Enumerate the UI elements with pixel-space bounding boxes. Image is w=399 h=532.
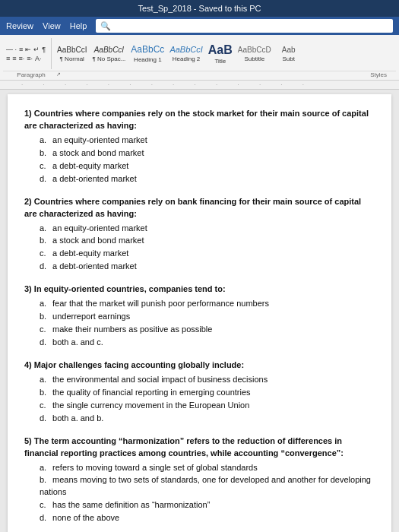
answer-item: a. an equity-oriented market [40,135,375,147]
answer-list-3: a. fear that the market will punish poor… [24,298,375,349]
format-tool-2[interactable]: ≡ [19,46,23,53]
answer-item: d. both a. and c. [40,337,375,349]
align-tool-1[interactable]: ≡ [6,55,10,62]
question-text-3: 3) In equity-oriented countries, compani… [24,283,375,296]
format-tool-4[interactable]: ↵ [33,46,40,53]
question-2: 2) Countries where companies rely on ban… [24,196,375,274]
align-tool-4[interactable]: ≡· [27,55,33,62]
question-4: 4) Major challenges facing accounting gl… [24,359,375,425]
menu-help[interactable]: Help [70,21,87,30]
answer-list-2: a. an equity-oriented marketb. a stock a… [24,223,375,274]
format-tool-5[interactable]: ¶ [42,46,46,53]
question-text-5: 5) The term accounting “harmonization” r… [24,435,375,460]
answer-item: b. means moving to two sets of standards… [40,474,375,499]
styles-section-label: Styles [370,71,393,78]
style-heading2[interactable]: AaBbCcI Heading 2 [167,44,204,63]
format-tool-1[interactable]: — · [6,46,17,53]
document-page: 1) Countries where companies rely on the… [8,94,391,532]
question-text-4: 4) Major challenges facing accounting gl… [24,359,375,372]
menu-view[interactable]: View [43,21,61,30]
document-area[interactable]: 1) Countries where companies rely on the… [0,90,399,532]
question-text-2: 2) Countries where companies rely on ban… [24,196,375,220]
question-1: 1) Countries where companies rely on the… [24,108,375,185]
answer-item: d. none of the above [40,512,375,524]
ribbon: — · ≡ ⇤ ↵ ¶ ≡ ≡ ≡· ≡· A· AaBbCcI ¶ Norma… [0,35,399,81]
style-subtitle[interactable]: AaBbCcD Subtitle [236,45,274,63]
answer-item: c. a debt-equity market [40,248,375,260]
menu-review[interactable]: Review [6,21,33,30]
style-title[interactable]: AaB Title [206,42,235,65]
answer-item: d. a debt-oriented market [40,261,375,273]
question-text-1: 1) Countries where companies rely on the… [24,108,375,132]
answer-item: a. the environmental and social impact o… [40,374,375,386]
answer-item: a. an equity-oriented market [40,223,375,235]
paragraph-section-label: Paragraph [6,71,56,78]
style-heading1[interactable]: AaBbCc Heading 1 [128,43,166,63]
ruler: · · · · · · · · · · · · · · [0,81,399,90]
answer-list-5: a. refers to moving toward a single set … [24,462,375,525]
paragraph-tools: — · ≡ ⇤ ↵ ¶ ≡ ≡ ≡· ≡· A· [6,38,52,69]
answer-list-1: a. an equity-oriented marketb. a stock a… [24,135,375,185]
answer-item: c. a debt-equity market [40,160,375,173]
search-placeholder: Tell me what you want to do [114,21,217,30]
answer-item: b. underreport earnings [40,311,375,323]
answer-item: d. both a. and b. [40,413,375,425]
answer-item: b. the quality of financial reporting in… [40,387,375,399]
align-tool-5[interactable]: A· [35,55,42,62]
style-subtle[interactable]: Aab Subt [274,45,303,63]
styles-section: AaBbCcI ¶ Normal AaBbCcI ¶ No Spac... Aa… [52,40,393,67]
style-no-spacing[interactable]: AaBbCcI ¶ No Spac... [90,45,128,63]
menu-bar: Review View Help 🔍 Tell me what you want… [0,17,399,35]
document-title: Test_Sp_2018 - Saved to this PC [138,4,261,13]
question-5: 5) The term accounting “harmonization” r… [24,435,375,525]
answer-item: c. make their numbers as positive as pos… [40,324,375,336]
answer-item: b. a stock and bond market [40,235,375,247]
search-icon: 🔍 [100,21,111,31]
title-bar: Test_Sp_2018 - Saved to this PC [0,0,399,17]
align-tool-2[interactable]: ≡ [12,55,16,62]
search-box[interactable]: 🔍 Tell me what you want to do [96,19,393,33]
format-tool-3[interactable]: ⇤ [25,46,31,53]
answer-item: d. a debt-oriented market [40,173,375,185]
answer-item: a. refers to moving toward a single set … [40,462,375,474]
answer-item: a. fear that the market will punish poor… [40,298,375,310]
question-3: 3) In equity-oriented countries, compani… [24,283,375,349]
answer-item: c. has the same definition as “harmoniza… [40,499,375,511]
answer-item: b. a stock and bond market [40,147,375,160]
answer-item: c. the single currency movement in the E… [40,400,375,412]
style-normal[interactable]: AaBbCcI ¶ Normal [55,45,89,63]
align-tool-3[interactable]: ≡· [19,55,25,62]
answer-list-4: a. the environmental and social impact o… [24,374,375,425]
